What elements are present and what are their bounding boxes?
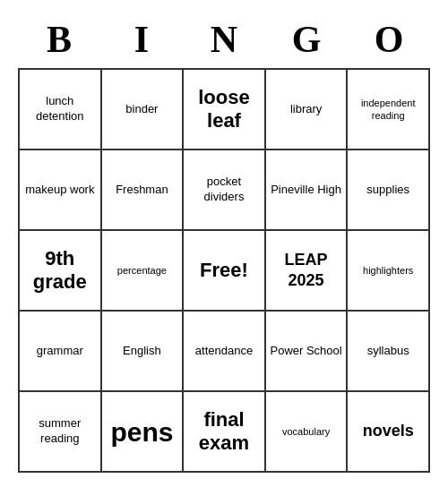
cell-21[interactable]: pens [102,392,185,473]
cell-22[interactable]: final exam [184,392,266,473]
cell-7[interactable]: pocket dividers [184,150,266,231]
cell-24[interactable]: novels [348,392,430,473]
cell-0[interactable]: lunch detention [20,70,102,150]
cell-10[interactable]: 9th grade [20,231,102,312]
header-o: O [348,14,430,64]
cell-2[interactable]: loose leaf [184,70,266,150]
header-b: B [18,14,100,64]
bingo-card: B I N G O lunch detention binder loose l… [9,5,439,482]
cell-23[interactable]: vocabulary [266,392,349,473]
cell-4[interactable]: independent reading [348,70,430,150]
cell-18[interactable]: Power School [266,312,349,392]
cell-6[interactable]: Freshman [102,150,185,231]
cell-8[interactable]: Pineville High [266,150,349,231]
cell-19[interactable]: syllabus [348,312,430,392]
cell-9[interactable]: supplies [348,150,430,231]
cell-20[interactable]: summer reading [20,392,102,473]
cell-3[interactable]: library [266,70,349,150]
cell-11[interactable]: percentage [102,231,185,312]
cell-13[interactable]: LEAP 2025 [266,231,349,312]
cell-15[interactable]: grammar [20,312,102,392]
cell-16[interactable]: English [102,312,185,392]
bingo-header: B I N G O [18,14,430,64]
cell-17[interactable]: attendance [184,312,266,392]
header-i: I [100,14,183,64]
cell-14[interactable]: highlighters [348,231,430,312]
header-g: G [265,14,348,64]
cell-5[interactable]: makeup work [20,150,102,231]
header-n: N [183,14,265,64]
cell-1[interactable]: binder [102,70,185,150]
bingo-grid: lunch detention binder loose leaf librar… [18,68,430,473]
cell-12-free[interactable]: Free! [184,231,266,312]
